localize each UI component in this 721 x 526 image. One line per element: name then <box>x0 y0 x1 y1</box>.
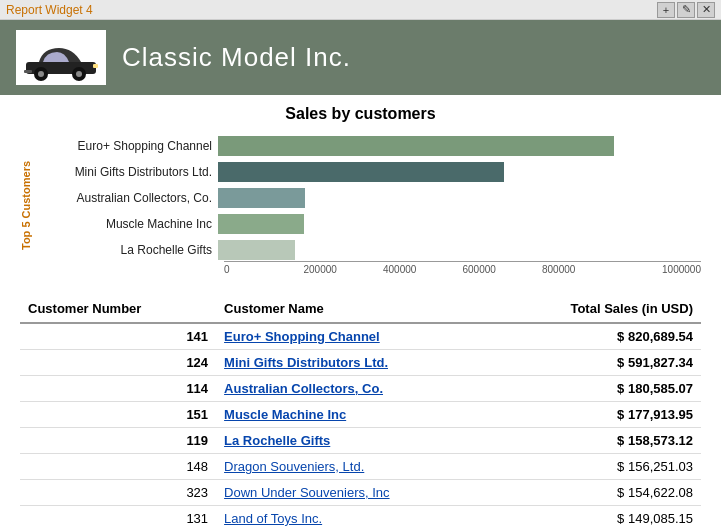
table-row: 151Muscle Machine Inc$ 177,913.95 <box>20 402 701 428</box>
x-tick: 800000 <box>542 264 622 275</box>
customer-name[interactable]: Euro+ Shopping Channel <box>216 323 491 350</box>
total-sales: $ 180,585.07 <box>491 376 701 402</box>
customer-name[interactable]: La Rochelle Gifts <box>216 428 491 454</box>
bar-label: Mini Gifts Distributors Ltd. <box>38 165 218 179</box>
bar-label: La Rochelle Gifts <box>38 243 218 257</box>
customer-number: 151 <box>20 402 216 428</box>
y-axis-label: Top 5 Customers <box>20 135 34 275</box>
x-tick: 1000000 <box>622 264 702 275</box>
data-table: Customer Number Customer Name Total Sale… <box>20 295 701 526</box>
customer-link[interactable]: Australian Collectors, Co. <box>224 381 383 396</box>
total-sales: $ 158,573.12 <box>491 428 701 454</box>
customer-number: 148 <box>20 454 216 480</box>
bar-track <box>218 214 701 234</box>
bar-fill <box>218 240 295 260</box>
bar-row: Euro+ Shopping Channel <box>38 135 701 157</box>
edit-button[interactable]: ✎ <box>677 2 695 18</box>
customer-link[interactable]: Land of Toys Inc. <box>224 511 322 526</box>
customer-link[interactable]: Down Under Souveniers, Inc <box>224 485 389 500</box>
customer-link[interactable]: La Rochelle Gifts <box>224 433 330 448</box>
x-axis: 02000004000006000008000001000000 <box>224 261 701 275</box>
bar-row: Mini Gifts Distributors Ltd. <box>38 161 701 183</box>
car-icon <box>21 34 101 82</box>
col-header-name: Customer Name <box>216 295 491 323</box>
bars-area: Euro+ Shopping ChannelMini Gifts Distrib… <box>38 135 701 261</box>
col-header-sales: Total Sales (in USD) <box>491 295 701 323</box>
customer-name[interactable]: Down Under Souveniers, Inc <box>216 480 491 506</box>
titlebar-actions: + ✎ ✕ <box>657 2 715 18</box>
svg-point-5 <box>76 71 82 77</box>
bar-row: La Rochelle Gifts <box>38 239 701 261</box>
main-content: Sales by customers Top 5 Customers Euro+… <box>0 95 721 526</box>
chart-container: Top 5 Customers Euro+ Shopping ChannelMi… <box>20 135 701 275</box>
company-logo <box>16 30 106 85</box>
x-tick: 0 <box>224 264 304 275</box>
bar-label: Euro+ Shopping Channel <box>38 139 218 153</box>
customer-link[interactable]: Mini Gifts Distributors Ltd. <box>224 355 388 370</box>
table-row: 148Dragon Souveniers, Ltd.$ 156,251.03 <box>20 454 701 480</box>
bar-fill <box>218 188 305 208</box>
table-header-row: Customer Number Customer Name Total Sale… <box>20 295 701 323</box>
company-name: Classic Model Inc. <box>122 42 351 73</box>
add-button[interactable]: + <box>657 2 675 18</box>
customer-name[interactable]: Muscle Machine Inc <box>216 402 491 428</box>
customer-link[interactable]: Muscle Machine Inc <box>224 407 346 422</box>
customer-number: 131 <box>20 506 216 527</box>
bar-track <box>218 136 701 156</box>
total-sales: $ 154,622.08 <box>491 480 701 506</box>
svg-rect-7 <box>24 70 32 73</box>
chart-section: Sales by customers Top 5 Customers Euro+… <box>20 105 701 275</box>
bar-fill <box>218 136 614 156</box>
bar-label: Australian Collectors, Co. <box>38 191 218 205</box>
customer-link[interactable]: Dragon Souveniers, Ltd. <box>224 459 364 474</box>
title-bar: Report Widget 4 + ✎ ✕ <box>0 0 721 20</box>
customer-number: 119 <box>20 428 216 454</box>
table-body: 141Euro+ Shopping Channel$ 820,689.54124… <box>20 323 701 526</box>
customer-link[interactable]: Euro+ Shopping Channel <box>224 329 380 344</box>
bar-row: Muscle Machine Inc <box>38 213 701 235</box>
col-header-number: Customer Number <box>20 295 216 323</box>
total-sales: $ 149,085.15 <box>491 506 701 527</box>
bar-label: Muscle Machine Inc <box>38 217 218 231</box>
customer-name[interactable]: Land of Toys Inc. <box>216 506 491 527</box>
x-tick: 600000 <box>463 264 543 275</box>
customer-name[interactable]: Dragon Souveniers, Ltd. <box>216 454 491 480</box>
widget-title: Report Widget 4 <box>6 3 93 17</box>
chart-title: Sales by customers <box>20 105 701 123</box>
chart-inner: Euro+ Shopping ChannelMini Gifts Distrib… <box>38 135 701 275</box>
table-row: 141Euro+ Shopping Channel$ 820,689.54 <box>20 323 701 350</box>
total-sales: $ 156,251.03 <box>491 454 701 480</box>
bar-row: Australian Collectors, Co. <box>38 187 701 209</box>
total-sales: $ 177,913.95 <box>491 402 701 428</box>
x-tick: 400000 <box>383 264 463 275</box>
bar-track <box>218 162 701 182</box>
customer-name[interactable]: Mini Gifts Distributors Ltd. <box>216 350 491 376</box>
table-row: 114Australian Collectors, Co.$ 180,585.0… <box>20 376 701 402</box>
customer-number: 114 <box>20 376 216 402</box>
customer-name[interactable]: Australian Collectors, Co. <box>216 376 491 402</box>
customer-number: 141 <box>20 323 216 350</box>
customer-number: 124 <box>20 350 216 376</box>
bar-track <box>218 188 701 208</box>
total-sales: $ 820,689.54 <box>491 323 701 350</box>
customer-number: 323 <box>20 480 216 506</box>
header-banner: Classic Model Inc. <box>0 20 721 95</box>
table-row: 323Down Under Souveniers, Inc$ 154,622.0… <box>20 480 701 506</box>
bar-fill <box>218 214 304 234</box>
table-section: Customer Number Customer Name Total Sale… <box>20 295 701 526</box>
svg-rect-6 <box>93 64 98 68</box>
bar-track <box>218 240 701 260</box>
total-sales: $ 591,827.34 <box>491 350 701 376</box>
bar-fill <box>218 162 504 182</box>
close-button[interactable]: ✕ <box>697 2 715 18</box>
table-row: 131Land of Toys Inc.$ 149,085.15 <box>20 506 701 527</box>
table-row: 119La Rochelle Gifts$ 158,573.12 <box>20 428 701 454</box>
table-row: 124Mini Gifts Distributors Ltd.$ 591,827… <box>20 350 701 376</box>
svg-point-3 <box>38 71 44 77</box>
x-tick: 200000 <box>304 264 384 275</box>
